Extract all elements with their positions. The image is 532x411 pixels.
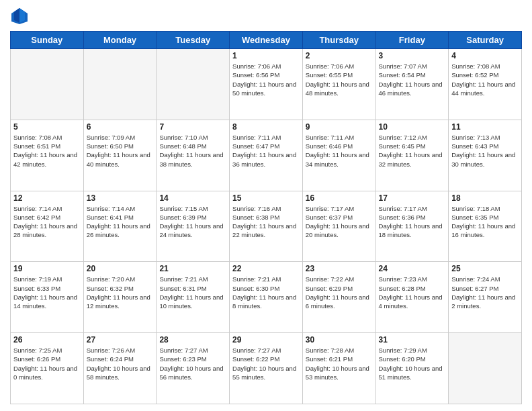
day-info: Sunrise: 7:27 AM Sunset: 6:22 PM Dayligh…	[232, 346, 300, 381]
calendar-cell: 14Sunrise: 7:15 AM Sunset: 6:39 PM Dayli…	[157, 191, 230, 262]
day-info: Sunrise: 7:06 AM Sunset: 6:55 PM Dayligh…	[306, 62, 373, 97]
calendar-cell: 13Sunrise: 7:14 AM Sunset: 6:41 PM Dayli…	[83, 191, 157, 262]
page: SundayMondayTuesdayWednesdayThursdayFrid…	[0, 0, 532, 411]
day-number: 17	[379, 193, 446, 203]
calendar-cell: 26Sunrise: 7:25 AM Sunset: 6:26 PM Dayli…	[11, 333, 84, 404]
calendar-cell: 8Sunrise: 7:11 AM Sunset: 6:47 PM Daylig…	[230, 120, 303, 191]
day-number: 16	[306, 193, 373, 203]
day-number: 28	[159, 335, 226, 345]
day-number: 22	[232, 264, 300, 273]
day-number: 26	[13, 335, 81, 345]
calendar-cell: 22Sunrise: 7:21 AM Sunset: 6:30 PM Dayli…	[230, 262, 303, 333]
calendar-cell: 31Sunrise: 7:29 AM Sunset: 6:20 PM Dayli…	[375, 333, 449, 404]
weekday-header-saturday: Saturday	[449, 32, 522, 49]
weekday-header-tuesday: Tuesday	[157, 32, 230, 49]
day-info: Sunrise: 7:28 AM Sunset: 6:21 PM Dayligh…	[306, 346, 373, 381]
day-number: 18	[451, 193, 519, 203]
calendar-cell	[449, 333, 522, 404]
day-info: Sunrise: 7:14 AM Sunset: 6:42 PM Dayligh…	[13, 204, 81, 240]
day-number: 1	[232, 51, 300, 60]
day-number: 24	[379, 264, 446, 273]
calendar-cell: 15Sunrise: 7:16 AM Sunset: 6:38 PM Dayli…	[230, 191, 303, 262]
logo	[10, 7, 32, 26]
day-number: 8	[232, 122, 300, 132]
day-info: Sunrise: 7:22 AM Sunset: 6:29 PM Dayligh…	[306, 275, 373, 310]
calendar-cell: 4Sunrise: 7:08 AM Sunset: 6:52 PM Daylig…	[449, 49, 522, 120]
weekday-header-sunday: Sunday	[11, 32, 84, 49]
day-number: 14	[159, 193, 226, 203]
calendar-cell: 17Sunrise: 7:17 AM Sunset: 6:36 PM Dayli…	[375, 191, 449, 262]
day-number: 10	[379, 122, 446, 132]
calendar-cell: 28Sunrise: 7:27 AM Sunset: 6:23 PM Dayli…	[157, 333, 230, 404]
day-number: 5	[13, 122, 81, 132]
day-info: Sunrise: 7:27 AM Sunset: 6:23 PM Dayligh…	[159, 346, 226, 381]
day-number: 25	[451, 264, 519, 273]
calendar-cell: 2Sunrise: 7:06 AM Sunset: 6:55 PM Daylig…	[302, 49, 375, 120]
calendar-cell: 11Sunrise: 7:13 AM Sunset: 6:43 PM Dayli…	[449, 120, 522, 191]
day-info: Sunrise: 7:11 AM Sunset: 6:46 PM Dayligh…	[306, 133, 373, 169]
day-number: 19	[13, 264, 81, 273]
day-info: Sunrise: 7:26 AM Sunset: 6:24 PM Dayligh…	[87, 346, 154, 381]
day-number: 2	[306, 51, 373, 60]
day-number: 9	[306, 122, 373, 132]
weekday-header-friday: Friday	[375, 32, 449, 49]
weekday-header-wednesday: Wednesday	[230, 32, 303, 49]
day-info: Sunrise: 7:23 AM Sunset: 6:28 PM Dayligh…	[379, 275, 446, 310]
day-info: Sunrise: 7:14 AM Sunset: 6:41 PM Dayligh…	[87, 204, 154, 240]
calendar-cell: 7Sunrise: 7:10 AM Sunset: 6:48 PM Daylig…	[157, 120, 230, 191]
day-info: Sunrise: 7:11 AM Sunset: 6:47 PM Dayligh…	[232, 133, 300, 169]
day-number: 21	[159, 264, 226, 273]
calendar-cell: 5Sunrise: 7:08 AM Sunset: 6:51 PM Daylig…	[11, 120, 84, 191]
day-number: 4	[451, 51, 519, 60]
calendar-cell: 12Sunrise: 7:14 AM Sunset: 6:42 PM Dayli…	[11, 191, 84, 262]
calendar-cell: 9Sunrise: 7:11 AM Sunset: 6:46 PM Daylig…	[302, 120, 375, 191]
calendar-cell: 30Sunrise: 7:28 AM Sunset: 6:21 PM Dayli…	[302, 333, 375, 404]
calendar-cell: 23Sunrise: 7:22 AM Sunset: 6:29 PM Dayli…	[302, 262, 375, 333]
weekday-header-thursday: Thursday	[302, 32, 375, 49]
day-number: 13	[87, 193, 154, 203]
calendar-cell	[157, 49, 230, 120]
calendar-cell: 19Sunrise: 7:19 AM Sunset: 6:33 PM Dayli…	[11, 262, 84, 333]
calendar-cell: 27Sunrise: 7:26 AM Sunset: 6:24 PM Dayli…	[83, 333, 157, 404]
day-number: 20	[87, 264, 154, 273]
day-info: Sunrise: 7:21 AM Sunset: 6:31 PM Dayligh…	[159, 275, 226, 310]
calendar-cell: 25Sunrise: 7:24 AM Sunset: 6:27 PM Dayli…	[449, 262, 522, 333]
day-number: 11	[451, 122, 519, 132]
calendar-cell: 24Sunrise: 7:23 AM Sunset: 6:28 PM Dayli…	[375, 262, 449, 333]
calendar-cell: 6Sunrise: 7:09 AM Sunset: 6:50 PM Daylig…	[83, 120, 157, 191]
day-info: Sunrise: 7:07 AM Sunset: 6:54 PM Dayligh…	[379, 62, 446, 97]
day-info: Sunrise: 7:18 AM Sunset: 6:35 PM Dayligh…	[451, 204, 519, 240]
weekday-header-row: SundayMondayTuesdayWednesdayThursdayFrid…	[11, 32, 522, 49]
week-row-5: 26Sunrise: 7:25 AM Sunset: 6:26 PM Dayli…	[11, 333, 522, 404]
header	[10, 7, 522, 26]
week-row-4: 19Sunrise: 7:19 AM Sunset: 6:33 PM Dayli…	[11, 262, 522, 333]
day-number: 6	[87, 122, 154, 132]
day-info: Sunrise: 7:09 AM Sunset: 6:50 PM Dayligh…	[87, 133, 154, 169]
day-info: Sunrise: 7:08 AM Sunset: 6:51 PM Dayligh…	[13, 133, 81, 169]
logo-icon	[10, 7, 29, 26]
weekday-header-monday: Monday	[83, 32, 157, 49]
day-number: 23	[306, 264, 373, 273]
calendar-cell: 21Sunrise: 7:21 AM Sunset: 6:31 PM Dayli…	[157, 262, 230, 333]
day-info: Sunrise: 7:13 AM Sunset: 6:43 PM Dayligh…	[451, 133, 519, 169]
day-number: 31	[379, 335, 446, 345]
day-info: Sunrise: 7:06 AM Sunset: 6:56 PM Dayligh…	[232, 62, 300, 97]
day-info: Sunrise: 7:10 AM Sunset: 6:48 PM Dayligh…	[159, 133, 226, 169]
day-number: 12	[13, 193, 81, 203]
day-info: Sunrise: 7:12 AM Sunset: 6:45 PM Dayligh…	[379, 133, 446, 169]
day-info: Sunrise: 7:15 AM Sunset: 6:39 PM Dayligh…	[159, 204, 226, 240]
day-number: 30	[306, 335, 373, 345]
day-number: 15	[232, 193, 300, 203]
week-row-1: 1Sunrise: 7:06 AM Sunset: 6:56 PM Daylig…	[11, 49, 522, 120]
day-info: Sunrise: 7:21 AM Sunset: 6:30 PM Dayligh…	[232, 275, 300, 310]
week-row-2: 5Sunrise: 7:08 AM Sunset: 6:51 PM Daylig…	[11, 120, 522, 191]
day-number: 27	[87, 335, 154, 345]
calendar-cell: 10Sunrise: 7:12 AM Sunset: 6:45 PM Dayli…	[375, 120, 449, 191]
day-info: Sunrise: 7:17 AM Sunset: 6:36 PM Dayligh…	[379, 204, 446, 240]
day-info: Sunrise: 7:29 AM Sunset: 6:20 PM Dayligh…	[379, 346, 446, 381]
calendar-cell: 3Sunrise: 7:07 AM Sunset: 6:54 PM Daylig…	[375, 49, 449, 120]
day-info: Sunrise: 7:20 AM Sunset: 6:32 PM Dayligh…	[87, 275, 154, 310]
calendar-cell: 29Sunrise: 7:27 AM Sunset: 6:22 PM Dayli…	[230, 333, 303, 404]
week-row-3: 12Sunrise: 7:14 AM Sunset: 6:42 PM Dayli…	[11, 191, 522, 262]
calendar: SundayMondayTuesdayWednesdayThursdayFrid…	[10, 31, 522, 404]
